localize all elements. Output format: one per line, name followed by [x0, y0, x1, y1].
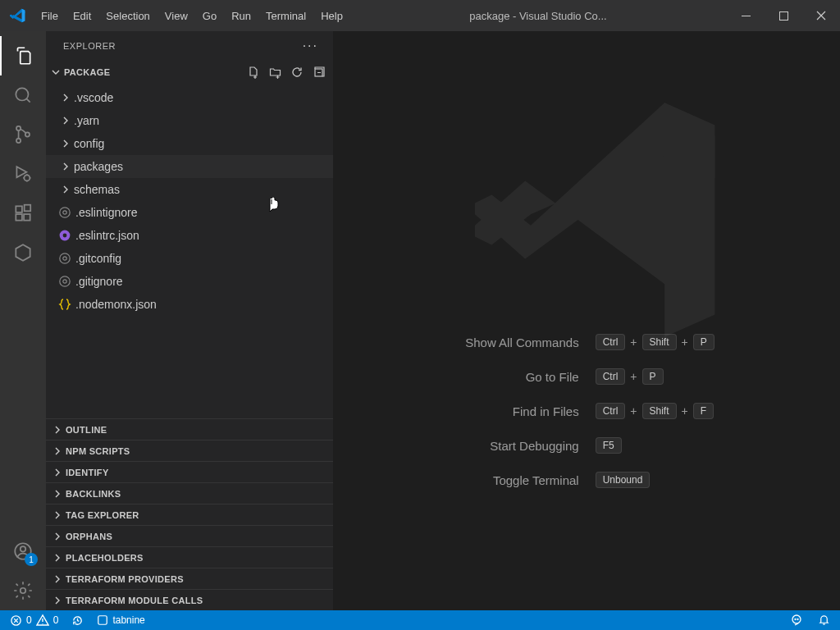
- sidebar-panel-label: OUTLINE: [66, 425, 107, 435]
- status-tabnine[interactable]: tabnine: [97, 614, 144, 626]
- svg-point-15: [63, 211, 66, 214]
- shortcut-label: Show All Commands: [465, 336, 578, 349]
- sidebar-panel-label: TERRAFORM MODULE CALLS: [66, 596, 203, 605]
- menu-selection[interactable]: Selection: [99, 7, 156, 25]
- welcome-shortcuts: Show All CommandsCtrl+Shift+PGo to FileC…: [465, 334, 714, 488]
- svg-point-17: [63, 234, 67, 238]
- new-folder-icon[interactable]: [268, 66, 282, 79]
- shortcut-keys: Ctrl+Shift+P: [596, 334, 714, 350]
- shortcut-keys: Unbound: [596, 472, 714, 488]
- shortcut-label: Find in Files: [465, 404, 578, 418]
- svg-point-12: [21, 588, 26, 594]
- activity-settings-icon[interactable]: [0, 571, 46, 610]
- sidebar-panel-header[interactable]: ORPHANS: [46, 525, 333, 546]
- svg-rect-23: [98, 616, 107, 625]
- plus-separator: +: [682, 404, 688, 418]
- tree-file[interactable]: .eslintrc.json: [46, 224, 333, 247]
- svg-point-21: [63, 280, 66, 283]
- tree-folder[interactable]: schemas: [46, 178, 333, 201]
- menu-view[interactable]: View: [158, 7, 194, 25]
- gear-gray-icon: [57, 252, 72, 265]
- svg-point-20: [60, 276, 70, 286]
- status-feedback-icon[interactable]: [790, 614, 803, 627]
- tree-file[interactable]: .gitconfig: [46, 247, 333, 270]
- activity-search-icon[interactable]: [0, 75, 46, 115]
- menu-terminal[interactable]: Terminal: [259, 7, 313, 25]
- menu-help[interactable]: Help: [314, 7, 349, 25]
- svg-point-4: [25, 132, 30, 136]
- sidebar-panel-label: IDENTIFY: [66, 468, 109, 477]
- activity-accounts-icon[interactable]: 1: [0, 532, 46, 571]
- tree-folder[interactable]: config: [46, 132, 333, 155]
- gear-gray-icon: [57, 206, 72, 219]
- tree-folder[interactable]: packages: [46, 155, 333, 178]
- menu-edit[interactable]: Edit: [66, 7, 98, 25]
- tree-folder[interactable]: .vscode: [46, 86, 333, 109]
- sidebar-panel-header[interactable]: OUTLINE: [46, 418, 333, 440]
- tree-file[interactable]: .gitignore: [46, 270, 333, 293]
- status-problems[interactable]: 0 0: [10, 614, 58, 627]
- minimize-icon[interactable]: [727, 0, 765, 31]
- shortcut-label: Toggle Terminal: [465, 473, 578, 487]
- activity-source-control-icon[interactable]: [0, 115, 46, 154]
- gear-gray-icon: [57, 275, 72, 288]
- tree-item-label: .gitconfig: [75, 252, 121, 265]
- svg-point-5: [24, 175, 30, 180]
- tree-item-label: .yarn: [74, 114, 99, 127]
- menu-file[interactable]: File: [34, 7, 65, 25]
- activity-explorer-icon[interactable]: [0, 36, 46, 75]
- tree-item-label: config: [74, 137, 104, 150]
- svg-point-24: [792, 615, 801, 623]
- svg-rect-9: [25, 205, 31, 212]
- svg-rect-8: [24, 214, 30, 221]
- sidebar-section-toolbar: [247, 66, 325, 79]
- svg-point-11: [21, 546, 26, 552]
- sidebar-panel-header[interactable]: TERRAFORM PROVIDERS: [46, 568, 333, 589]
- status-history[interactable]: [71, 614, 84, 627]
- sidebar-panel-header[interactable]: PLACEHOLDERS: [46, 546, 333, 568]
- keycap: P: [642, 368, 664, 385]
- status-bell-icon[interactable]: [818, 614, 830, 627]
- svg-point-25: [795, 619, 796, 620]
- plus-separator: +: [630, 370, 637, 383]
- sidebar-panel-header[interactable]: BACKLINKS: [46, 482, 333, 504]
- activity-hex-icon[interactable]: [0, 233, 46, 272]
- plus-separator: +: [630, 336, 637, 349]
- close-icon[interactable]: [802, 0, 840, 31]
- svg-point-18: [60, 253, 70, 263]
- sidebar-panel-header[interactable]: IDENTIFY: [46, 461, 333, 482]
- refresh-icon[interactable]: [290, 66, 304, 79]
- sidebar-more-icon[interactable]: ···: [303, 39, 318, 53]
- shortcut-keys: Ctrl+P: [596, 368, 714, 385]
- sidebar-title-label: EXPLORER: [63, 41, 116, 51]
- menu-run[interactable]: Run: [225, 7, 258, 25]
- sidebar-panel-label: ORPHANS: [66, 532, 112, 541]
- sidebar-panel-header[interactable]: NPM SCRIPTS: [46, 440, 333, 461]
- maximize-icon[interactable]: [765, 0, 802, 31]
- vscode-logo-icon: [5, 7, 31, 24]
- svg-point-1: [16, 88, 28, 100]
- sidebar-panel-header[interactable]: TERRAFORM MODULE CALLS: [46, 589, 333, 610]
- tree-file[interactable]: .eslintignore: [46, 201, 333, 224]
- tree-item-label: schemas: [74, 183, 120, 196]
- keycap: Ctrl: [596, 368, 626, 385]
- new-file-icon[interactable]: [247, 66, 260, 79]
- keycap: Shift: [642, 403, 677, 419]
- activity-extensions-icon[interactable]: [0, 194, 46, 233]
- status-warnings-count: 0: [53, 614, 59, 626]
- tree-item-label: .vscode: [74, 91, 113, 104]
- tree-file[interactable]: .nodemonx.json: [46, 293, 333, 316]
- sidebar-panel-label: TERRAFORM PROVIDERS: [66, 574, 184, 584]
- activity-run-debug-icon[interactable]: [0, 154, 46, 194]
- sidebar-panel-label: BACKLINKS: [66, 489, 121, 499]
- tree-item-label: .eslintrc.json: [75, 229, 139, 242]
- vscode-watermark-icon: [463, 80, 742, 359]
- tree-folder[interactable]: .yarn: [46, 109, 333, 132]
- sidebar-panel-header[interactable]: TAG EXPLORER: [46, 504, 333, 525]
- collapse-all-icon[interactable]: [312, 66, 325, 79]
- menu-go[interactable]: Go: [196, 7, 223, 25]
- braces-yellow-icon: [57, 298, 72, 311]
- shortcut-keys: F5: [596, 437, 714, 454]
- svg-point-26: [797, 619, 798, 620]
- sidebar-folder-header[interactable]: PACKAGE: [46, 60, 333, 84]
